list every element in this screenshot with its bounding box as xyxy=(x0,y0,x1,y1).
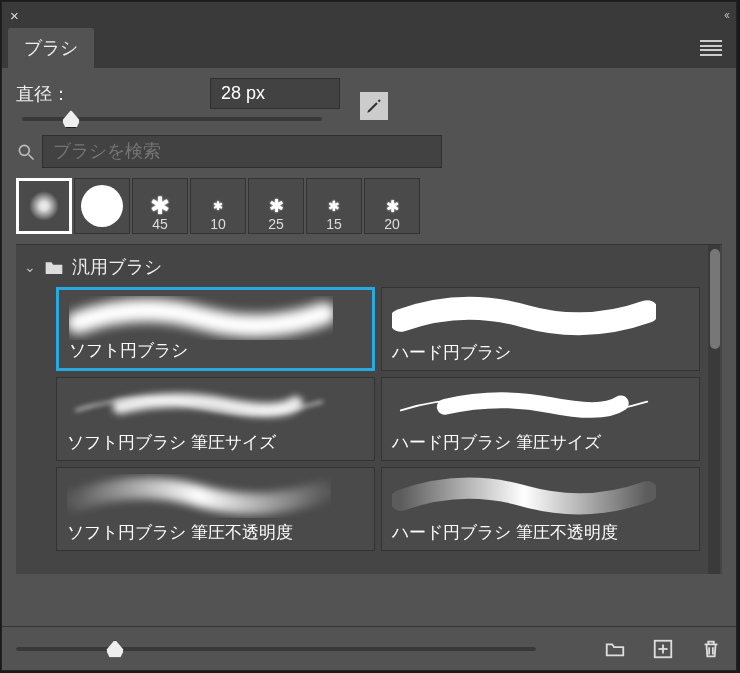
search-icon xyxy=(16,142,36,162)
diameter-label: 直径： xyxy=(16,82,70,106)
collapse-icon[interactable]: ‹‹ xyxy=(724,8,728,22)
footer xyxy=(2,626,736,670)
soft-dot-icon xyxy=(29,191,59,221)
svg-point-0 xyxy=(19,145,29,155)
recent-label: 20 xyxy=(384,216,400,232)
recent-label: 25 xyxy=(268,216,284,232)
titlebar: × ‹‹ xyxy=(2,2,736,28)
diameter-slider[interactable] xyxy=(22,117,322,121)
stroke-preview xyxy=(69,296,333,340)
recent-brush-2[interactable]: ✱ 45 xyxy=(132,178,188,234)
brush-grid: ソフト円ブラシ ハード円ブラシ ソフト円ブラシ 筆圧サイズ xyxy=(16,287,722,551)
svg-line-1 xyxy=(29,154,34,159)
footer-icons xyxy=(604,638,722,660)
brush-card-soft-round[interactable]: ソフト円ブラシ xyxy=(56,287,375,371)
preview-size-slider[interactable] xyxy=(16,647,536,651)
close-icon[interactable]: × xyxy=(10,7,19,24)
stroke-preview xyxy=(392,294,656,338)
brush-card-soft-pressure-size[interactable]: ソフト円ブラシ 筆圧サイズ xyxy=(56,377,375,461)
group-header[interactable]: ⌄ 汎用ブラシ xyxy=(16,251,722,287)
stroke-preview xyxy=(67,474,331,518)
scrollbar-thumb[interactable] xyxy=(710,249,720,349)
recent-brush-0[interactable] xyxy=(16,178,72,234)
brush-panel: × ‹‹ ブラシ 直径： xyxy=(1,1,737,671)
recent-brushes: ✱ 45 ✱ 10 ✱ 25 ✱ 15 ✱ 20 xyxy=(16,178,722,234)
brush-card-hard-round[interactable]: ハード円ブラシ xyxy=(381,287,700,371)
brush-card-soft-pressure-opacity[interactable]: ソフト円ブラシ 筆圧不透明度 xyxy=(56,467,375,551)
brush-edit-icon[interactable] xyxy=(360,92,388,120)
folder-icon xyxy=(44,259,64,275)
recent-brush-4[interactable]: ✱ 25 xyxy=(248,178,304,234)
recent-label: 45 xyxy=(152,216,168,232)
recent-label: 10 xyxy=(210,216,226,232)
stroke-preview xyxy=(67,384,331,428)
panel-body: 直径： ✱ 45 xyxy=(2,68,736,670)
recent-brush-5[interactable]: ✱ 15 xyxy=(306,178,362,234)
stroke-preview xyxy=(392,474,656,518)
menu-icon[interactable] xyxy=(700,40,722,56)
tabstrip: ブラシ xyxy=(2,28,736,68)
new-icon[interactable] xyxy=(652,638,674,660)
new-folder-icon[interactable] xyxy=(604,638,626,660)
brush-name: ハード円ブラシ 筆圧サイズ xyxy=(392,431,689,454)
tab-brushes[interactable]: ブラシ xyxy=(8,28,94,68)
trash-icon[interactable] xyxy=(700,638,722,660)
slider-thumb[interactable] xyxy=(106,640,124,658)
brush-name: ソフト円ブラシ xyxy=(69,339,362,362)
brush-name: ハード円ブラシ 筆圧不透明度 xyxy=(392,521,689,544)
recent-brush-1[interactable] xyxy=(74,178,130,234)
search-row xyxy=(16,135,722,168)
brush-name: ソフト円ブラシ 筆圧サイズ xyxy=(67,431,364,454)
brush-name: ソフト円ブラシ 筆圧不透明度 xyxy=(67,521,364,544)
brush-card-hard-pressure-size[interactable]: ハード円ブラシ 筆圧サイズ xyxy=(381,377,700,461)
recent-brush-3[interactable]: ✱ 10 xyxy=(190,178,246,234)
diameter-input[interactable] xyxy=(210,78,340,109)
recent-label: 15 xyxy=(326,216,342,232)
stroke-preview xyxy=(392,384,656,428)
brush-group-area: ⌄ 汎用ブラシ ソフト円ブラシ ハード円ブラシ xyxy=(16,244,722,574)
diameter-row: 直径： xyxy=(16,78,722,109)
group-name: 汎用ブラシ xyxy=(72,255,162,279)
spatter-icon: ✱ xyxy=(386,197,399,216)
slider-thumb[interactable] xyxy=(62,110,80,128)
spatter-icon: ✱ xyxy=(328,198,340,214)
brush-name: ハード円ブラシ xyxy=(392,341,689,364)
brush-card-hard-pressure-opacity[interactable]: ハード円ブラシ 筆圧不透明度 xyxy=(381,467,700,551)
recent-brush-6[interactable]: ✱ 20 xyxy=(364,178,420,234)
spatter-icon: ✱ xyxy=(269,195,284,217)
spatter-icon: ✱ xyxy=(213,199,223,213)
search-input[interactable] xyxy=(42,135,442,168)
chevron-down-icon: ⌄ xyxy=(24,259,36,275)
hard-dot-icon xyxy=(81,185,123,227)
